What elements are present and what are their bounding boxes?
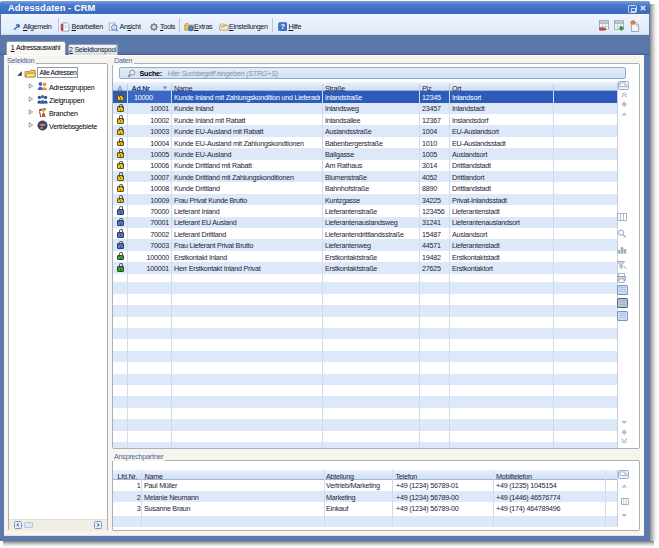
svg-text:?: ? (280, 22, 285, 31)
